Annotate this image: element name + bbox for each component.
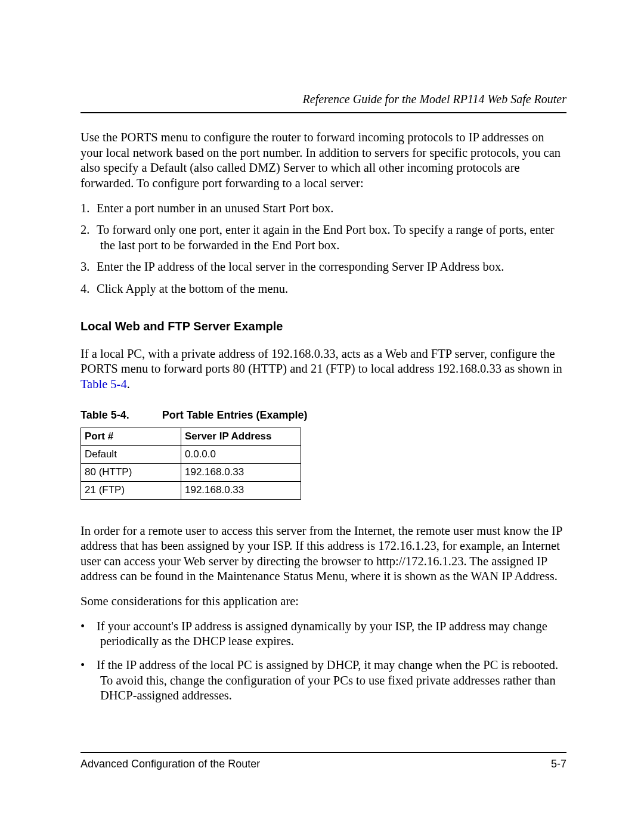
steps-list: 1.Enter a port number in an unused Start… bbox=[80, 201, 566, 297]
table-cell: 0.0.0.0 bbox=[181, 445, 301, 463]
footer-left: Advanced Configuration of the Router bbox=[80, 758, 260, 770]
page-footer: Advanced Configuration of the Router 5-7 bbox=[80, 752, 566, 770]
list-item: •If the IP address of the local PC is as… bbox=[80, 658, 566, 704]
step-text: Click Apply at the bottom of the menu. bbox=[97, 282, 288, 295]
table-caption-label: Table 5-4. bbox=[80, 409, 129, 421]
after-table-paragraph: In order for a remote user to access thi… bbox=[80, 524, 566, 585]
table-cell: 21 (FTP) bbox=[81, 481, 181, 499]
running-header: Reference Guide for the Model RP114 Web … bbox=[80, 92, 566, 106]
port-table: Port # Server IP Address Default 0.0.0.0… bbox=[80, 428, 301, 500]
example-para-suffix: . bbox=[127, 377, 130, 391]
list-item: 1.Enter a port number in an unused Start… bbox=[80, 201, 566, 216]
table-row: 80 (HTTP) 192.168.0.33 bbox=[81, 463, 301, 481]
list-item: •If your account's IP address is assigne… bbox=[80, 619, 566, 649]
table-caption-title: Port Table Entries (Example) bbox=[162, 409, 308, 421]
table-row: 21 (FTP) 192.168.0.33 bbox=[81, 481, 301, 499]
bullet-text: If the IP address of the local PC is ass… bbox=[97, 658, 558, 702]
list-item: 3.Enter the IP address of the local serv… bbox=[80, 259, 566, 275]
table-header-cell: Server IP Address bbox=[181, 428, 301, 445]
document-page: Reference Guide for the Model RP114 Web … bbox=[0, 0, 644, 833]
bullet-text: If your account's IP address is assigned… bbox=[97, 620, 547, 648]
table-reference-link[interactable]: Table 5-4 bbox=[80, 377, 127, 391]
section-heading: Local Web and FTP Server Example bbox=[80, 320, 566, 333]
example-para-text: If a local PC, with a private address of… bbox=[80, 347, 562, 376]
step-text: Enter a port number in an unused Start P… bbox=[97, 202, 333, 215]
header-rule bbox=[80, 112, 566, 113]
example-paragraph: If a local PC, with a private address of… bbox=[80, 346, 566, 392]
footer-right: 5-7 bbox=[551, 758, 566, 770]
footer-rule bbox=[80, 752, 566, 753]
table-cell: 80 (HTTP) bbox=[81, 463, 181, 481]
list-item: 2.To forward only one port, enter it aga… bbox=[80, 222, 566, 253]
intro-paragraph: Use the PORTS menu to configure the rout… bbox=[80, 130, 566, 191]
table-cell: 192.168.0.33 bbox=[181, 463, 301, 481]
step-text: Enter the IP address of the local server… bbox=[97, 260, 504, 273]
step-text: To forward only one port, enter it again… bbox=[97, 223, 555, 252]
table-header-row: Port # Server IP Address bbox=[81, 428, 301, 445]
table-header-cell: Port # bbox=[81, 428, 181, 445]
table-caption: Table 5-4.Port Table Entries (Example) bbox=[80, 409, 566, 422]
table-cell: 192.168.0.33 bbox=[181, 481, 301, 499]
list-item: 4.Click Apply at the bottom of the menu. bbox=[80, 281, 566, 297]
table-cell: Default bbox=[81, 445, 181, 463]
considerations-list: •If your account's IP address is assigne… bbox=[80, 619, 566, 704]
considerations-intro: Some considerations for this application… bbox=[80, 594, 566, 609]
table-row: Default 0.0.0.0 bbox=[81, 445, 301, 463]
